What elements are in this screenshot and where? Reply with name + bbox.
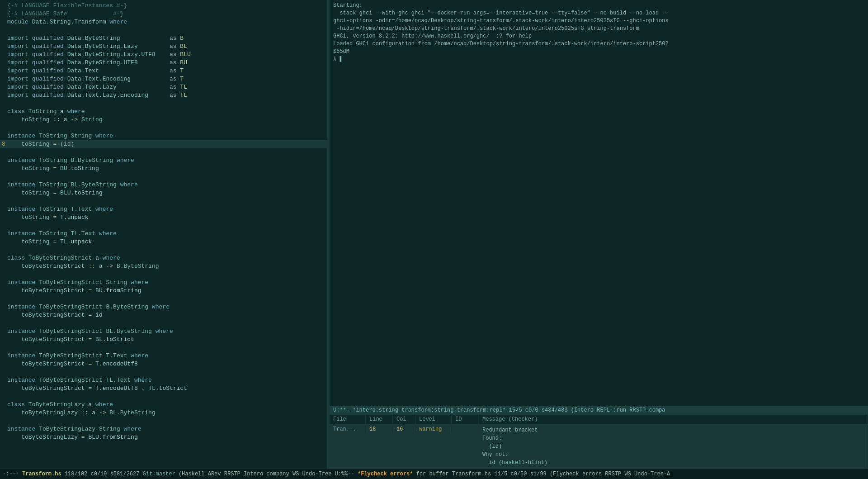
line-content: instance ToByteStringStrict T.Text where xyxy=(7,352,326,360)
line-content: module Data.String.Transform where xyxy=(7,18,326,26)
code-line: instance ToByteStringStrict BL.ByteStrin… xyxy=(0,327,327,336)
line-content: {-# LANGUAGE FlexibleInstances #-} xyxy=(7,2,326,10)
checker-col-file: File xyxy=(330,415,366,424)
checker-row[interactable]: Tran... 18 16 warning Redundant bracket … xyxy=(330,424,868,469)
code-line: import qualified Data.ByteString.Lazy as… xyxy=(0,43,327,51)
gutter-marker xyxy=(2,319,7,327)
code-line: import qualified Data.Text.Lazy.Encoding… xyxy=(0,91,327,100)
code-line: instance ToString TL.Text where xyxy=(0,230,327,238)
code-line: instance ToByteStringStrict String where xyxy=(0,279,327,287)
code-line: toByteStringStrict = BU.fromString xyxy=(0,287,327,295)
code-line xyxy=(0,319,327,327)
code-line: toString = TL.unpack xyxy=(0,238,327,246)
gutter-marker xyxy=(2,327,7,336)
code-line: import qualified Data.ByteString as B xyxy=(0,34,327,43)
gutter-marker xyxy=(2,148,7,157)
code-line: instance ToByteStringStrict B.ByteString… xyxy=(0,303,327,311)
gutter-marker xyxy=(2,2,7,10)
gutter-marker xyxy=(2,303,7,311)
line-content xyxy=(7,368,326,376)
code-line xyxy=(0,368,327,376)
line-content: toString :: a -> String xyxy=(7,116,326,124)
line-content: toByteStringLazy :: a -> BL.ByteString xyxy=(7,409,326,417)
line-content: import qualified Data.Text.Lazy as TL xyxy=(7,83,326,91)
gutter-marker xyxy=(2,270,7,279)
line-content: instance ToByteStringStrict TL.Text wher… xyxy=(7,376,326,384)
line-content: instance ToString BL.ByteString where xyxy=(7,181,326,189)
line-content: instance ToString T.Text where xyxy=(7,205,326,213)
gutter-marker xyxy=(2,425,7,433)
repl-output[interactable]: Starting: stack ghci --with-ghc ghci "--… xyxy=(330,0,868,406)
gutter-marker xyxy=(2,181,7,189)
code-line: toByteStringLazy = BLU.fromString xyxy=(0,433,327,441)
line-content: toString = TL.unpack xyxy=(7,238,326,246)
line-content xyxy=(7,270,326,279)
editor-content[interactable]: {-# LANGUAGE FlexibleInstances #-}{-# LA… xyxy=(0,0,327,469)
gutter-marker xyxy=(2,108,7,116)
checker-col-level: Level xyxy=(415,415,452,424)
line-content xyxy=(7,344,326,352)
gutter-marker xyxy=(2,59,7,67)
line-content: instance ToByteStringStrict B.ByteString… xyxy=(7,303,326,311)
code-line xyxy=(0,344,327,352)
code-line: toByteStringStrict = BL.toStrict xyxy=(0,336,327,344)
status-flycheck-pos: 11/5 c0/50 s1/99 xyxy=(494,471,546,477)
line-content xyxy=(7,124,326,132)
code-line: class ToByteStringLazy a where xyxy=(0,401,327,409)
code-line: toString = BU.toString xyxy=(0,165,327,173)
code-line: toByteStringLazy :: a -> BL.ByteString xyxy=(0,409,327,417)
line-content: import qualified Data.ByteString.Lazy.UT… xyxy=(7,51,326,59)
code-line xyxy=(0,222,327,230)
gutter-marker xyxy=(2,189,7,197)
line-content xyxy=(7,222,326,230)
status-file: Transform.hs xyxy=(22,471,61,477)
gutter-marker: 8 xyxy=(2,140,7,148)
gutter-marker xyxy=(2,10,7,18)
line-content xyxy=(7,173,326,181)
line-content: instance ToString B.ByteString where xyxy=(7,157,326,165)
gutter-marker xyxy=(2,205,7,213)
line-content: import qualified Data.Text.Lazy.Encoding… xyxy=(7,91,326,100)
gutter-marker xyxy=(2,43,7,51)
line-content: import qualified Data.ByteString.UTF8 as… xyxy=(7,59,326,67)
status-flycheck-info: for buffer Transform.hs xyxy=(416,471,491,477)
line-content xyxy=(7,417,326,425)
gutter-marker xyxy=(2,197,7,205)
code-line xyxy=(0,100,327,108)
line-content: toString = T.unpack xyxy=(7,213,326,222)
checker-panel: File Line Col Level ID Message (Checker)… xyxy=(330,414,868,469)
gutter-marker xyxy=(2,238,7,246)
gutter-marker xyxy=(2,18,7,26)
status-bar: -:--- Transform.hs 118/102 c0/19 s581/26… xyxy=(0,469,868,479)
code-line: class ToByteStringStrict a where xyxy=(0,254,327,262)
code-line: {-# LANGUAGE Safe #-} xyxy=(0,10,327,18)
line-content xyxy=(7,319,326,327)
line-content xyxy=(7,295,326,303)
line-content xyxy=(7,148,326,157)
line-content: toByteStringLazy = BLU.fromString xyxy=(7,433,326,441)
checker-cell-file: Tran... xyxy=(330,425,366,433)
gutter-marker xyxy=(2,116,7,124)
gutter-marker xyxy=(2,230,7,238)
gutter-marker xyxy=(2,246,7,254)
gutter-marker xyxy=(2,254,7,262)
gutter-marker xyxy=(2,336,7,344)
checker-col-col: Col xyxy=(393,415,415,424)
line-content: import qualified Data.ByteString as B xyxy=(7,34,326,43)
status-git: Git:master xyxy=(143,471,175,477)
gutter-marker xyxy=(2,295,7,303)
status-flycheck: *Flycheck errors* xyxy=(358,471,413,477)
repl-modeline-text: U:**- *intero:string-transform:string-tr… xyxy=(333,407,665,413)
code-line: instance ToString String where xyxy=(0,132,327,140)
gutter-marker xyxy=(2,173,7,181)
code-line xyxy=(0,417,327,425)
code-line: toString = BLU.toString xyxy=(0,189,327,197)
code-line: import qualified Data.Text.Lazy as TL xyxy=(0,83,327,91)
checker-header: File Line Col Level ID Message (Checker) xyxy=(330,415,868,424)
status-pos: 118/102 c0/19 s581/2627 xyxy=(65,471,140,477)
gutter-marker xyxy=(2,311,7,319)
gutter-marker xyxy=(2,75,7,83)
code-line: instance ToString BL.ByteString where xyxy=(0,181,327,189)
gutter-marker xyxy=(2,368,7,376)
checker-cell-message: Redundant bracket Found: (id) Why not: i… xyxy=(479,425,868,468)
